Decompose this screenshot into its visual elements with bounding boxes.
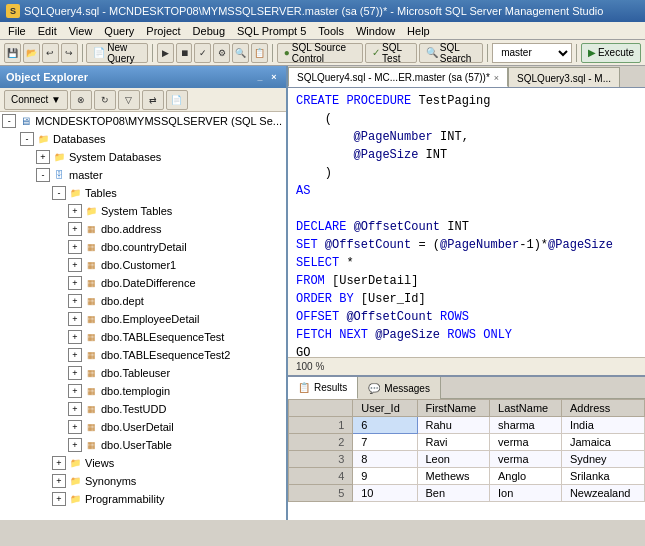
table-expander[interactable]: + [68,420,82,434]
cell-userid[interactable]: 9 [353,468,417,485]
list-item[interactable]: + ▦ dbo.DateDifference [0,274,286,292]
save-btn[interactable]: 💾 [4,43,21,63]
undo-btn[interactable]: ↩ [42,43,59,63]
views-expander[interactable]: + [52,456,66,470]
databases-expander[interactable]: - [20,132,34,146]
cell-userid[interactable]: 8 [353,451,417,468]
list-item[interactable]: + ▦ dbo.dept [0,292,286,310]
list-item[interactable]: + ▦ dbo.UserDetail [0,418,286,436]
list-item[interactable]: + ▦ dbo.templogin [0,382,286,400]
cell-userid[interactable]: 10 [353,485,417,502]
menu-tools[interactable]: Tools [312,23,350,39]
results-table-container[interactable]: User_Id FirstName LastName Address 16Rah… [288,399,645,520]
redo-btn[interactable]: ↪ [61,43,78,63]
menu-project[interactable]: Project [140,23,186,39]
menu-debug[interactable]: Debug [187,23,231,39]
menu-view[interactable]: View [63,23,99,39]
list-item[interactable]: + ▦ dbo.TABLEsequenceTest2 [0,346,286,364]
master-expander[interactable]: - [36,168,50,182]
list-item[interactable]: + 📁 System Tables [0,202,286,220]
tree-databases[interactable]: - 📁 Databases [0,130,286,148]
table-expander[interactable]: + [68,222,82,236]
table-expander[interactable]: + [68,330,82,344]
keyword-set: SET [296,236,318,254]
close-panel-btn[interactable]: × [268,72,280,82]
sql-test-btn[interactable]: ✓ SQL Test [365,43,417,63]
table-row[interactable]: 27RavivermaJamaica [289,434,645,451]
refresh-btn[interactable]: ↻ [94,90,116,110]
disconnect-btn[interactable]: ⊗ [70,90,92,110]
table-expander[interactable]: + [68,276,82,290]
list-item[interactable]: + ▦ dbo.TABLEsequenceTest [0,328,286,346]
new-query-oe-btn[interactable]: 📄 [166,90,188,110]
table-expander[interactable]: + [68,438,82,452]
list-item[interactable]: + ▦ dbo.TestUDD [0,400,286,418]
tree-master[interactable]: - 🗄 master [0,166,286,184]
table-expander[interactable]: + [68,384,82,398]
table-expander[interactable]: + [68,402,82,416]
table-expander[interactable]: + [68,294,82,308]
list-item[interactable]: + ▦ dbo.address [0,220,286,238]
table-expander[interactable]: + [68,312,82,326]
minimize-btn[interactable]: _ [254,72,266,82]
tb-btn-a[interactable]: ▶ [157,43,174,63]
table-expander[interactable]: + [68,258,82,272]
system-db-expander[interactable]: + [36,150,50,164]
cell-userid[interactable]: 6 [353,417,417,434]
list-item[interactable]: + ▦ dbo.UserTable [0,436,286,454]
tree-programmability[interactable]: + 📁 Programmability [0,490,286,508]
tb-btn-c[interactable]: ✓ [194,43,211,63]
tree-system-databases[interactable]: + 📁 System Databases [0,148,286,166]
filter-btn[interactable]: ▽ [118,90,140,110]
table-icon: ▦ [84,402,98,416]
tab-results[interactable]: 📋 Results [288,377,358,399]
tab-query4[interactable]: SQLQuery4.sql - MC...ER.master (sa (57))… [288,67,508,87]
execute-btn[interactable]: ▶ Execute [581,43,641,63]
tab-query4-close[interactable]: × [494,73,499,83]
table-row[interactable]: 510BenIonNewzealand [289,485,645,502]
table-row[interactable]: 49MethewsAngloSrilanka [289,468,645,485]
menu-file[interactable]: File [2,23,32,39]
tab-query3[interactable]: SQLQuery3.sql - M... [508,67,620,87]
open-btn[interactable]: 📂 [23,43,40,63]
sep3 [272,44,273,62]
list-item[interactable]: + ▦ dbo.Tableuser [0,364,286,382]
tree-views[interactable]: + 📁 Views [0,454,286,472]
synonyms-expander[interactable]: + [52,474,66,488]
tree-synonyms[interactable]: + 📁 Synonyms [0,472,286,490]
sql-source-control-btn[interactable]: ● SQL Source Control [277,43,363,63]
tree-server[interactable]: - 🖥 MCNDESKTOP08\MYMSSQLSERVER (SQL Se..… [0,112,286,130]
programmability-expander[interactable]: + [52,492,66,506]
list-item[interactable]: + ▦ dbo.EmployeeDetail [0,310,286,328]
database-dropdown[interactable]: master [492,43,572,63]
connect-btn[interactable]: Connect ▼ [4,90,68,110]
menu-edit[interactable]: Edit [32,23,63,39]
menu-sqlprompt[interactable]: SQL Prompt 5 [231,23,312,39]
table-expander[interactable]: + [68,348,82,362]
tb-btn-f[interactable]: 📋 [251,43,268,63]
tables-expander[interactable]: - [52,186,66,200]
list-item[interactable]: + ▦ dbo.countryDetail [0,238,286,256]
sys-tables-expander[interactable]: + [68,204,82,218]
tb-btn-d[interactable]: ⚙ [213,43,230,63]
new-query-btn[interactable]: 📄 New Query [86,43,148,63]
cell-userid[interactable]: 7 [353,434,417,451]
menu-window[interactable]: Window [350,23,401,39]
sync-btn[interactable]: ⇄ [142,90,164,110]
menu-query[interactable]: Query [98,23,140,39]
table-expander[interactable]: + [68,240,82,254]
code-line: @PageSize INT [296,146,637,164]
code-editor[interactable]: CREATE PROCEDURE TestPaging ( @PageNumbe… [288,88,645,357]
table-row[interactable]: 38LeonvermaSydney [289,451,645,468]
tab-messages[interactable]: 💬 Messages [358,377,441,399]
server-expander[interactable]: - [2,114,16,128]
tb-btn-b[interactable]: ⏹ [176,43,193,63]
list-item[interactable]: + ▦ dbo.Customer1 [0,256,286,274]
menu-help[interactable]: Help [401,23,436,39]
tree-tables[interactable]: - 📁 Tables [0,184,286,202]
tree-area[interactable]: - 🖥 MCNDESKTOP08\MYMSSQLSERVER (SQL Se..… [0,112,286,520]
sql-search-btn[interactable]: 🔍 SQL Search [419,43,484,63]
tb-btn-e[interactable]: 🔍 [232,43,249,63]
table-expander[interactable]: + [68,366,82,380]
table-row[interactable]: 16RahusharmaIndia [289,417,645,434]
